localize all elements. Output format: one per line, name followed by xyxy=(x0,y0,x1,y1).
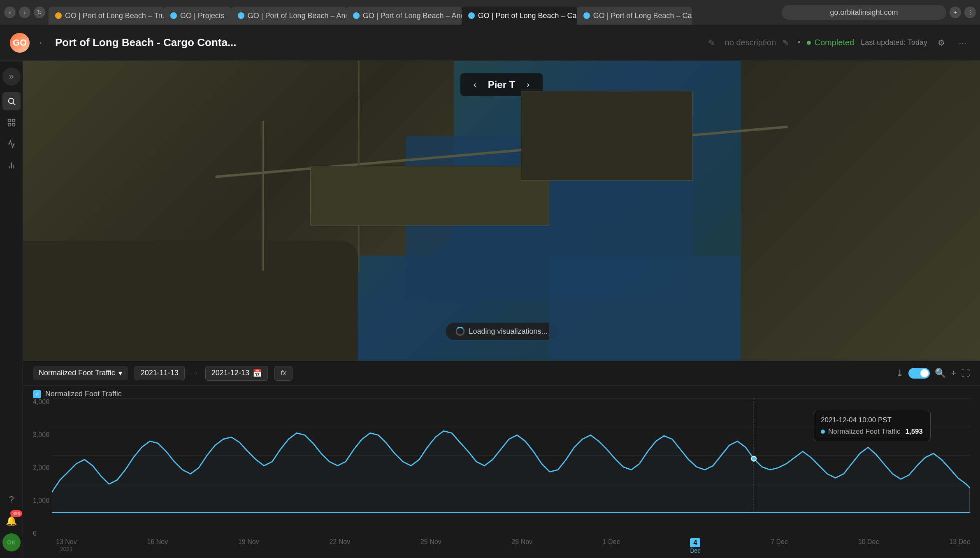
sidebar-item-layers[interactable] xyxy=(2,114,21,132)
download-icon[interactable]: ⤓ xyxy=(896,368,903,379)
date-separator: → xyxy=(191,369,199,377)
notification-wrap: 🔔 396 xyxy=(2,512,21,530)
loading-overlay: Loading visualizations... xyxy=(446,323,557,340)
map-panel-container: ‹ Pier T › Legend* ⚙ − 1 xyxy=(23,61,980,558)
add-chart-icon[interactable]: + xyxy=(951,368,956,379)
pier-next-button[interactable]: › xyxy=(523,78,533,91)
chart-area: 4,000 3,000 2,000 1,000 0 xyxy=(23,398,980,558)
sidebar-bottom: ? 🔔 396 OK xyxy=(2,491,21,551)
x-label-10: 13 Dec xyxy=(949,538,970,554)
new-tab-button[interactable]: + xyxy=(950,7,961,18)
settings-icon[interactable]: ⚙ xyxy=(934,35,949,50)
date-from-input[interactable]: 2021-11-13 xyxy=(135,366,185,380)
chart-toolbar: Normalized Foot Traffic ▾ 2021-11-13 → 2… xyxy=(23,361,980,386)
sidebar-help-button[interactable]: ? xyxy=(2,491,21,509)
sidebar-ok-button[interactable]: OK xyxy=(2,533,21,551)
app-logo[interactable]: GO xyxy=(10,33,30,53)
series-checkbox[interactable]: ✓ xyxy=(33,390,41,398)
chart-y-axis: 4,000 3,000 2,000 1,000 0 xyxy=(33,398,49,537)
page-title: Port of Long Beach - Cargo Conta... xyxy=(55,36,701,49)
pier-prev-button[interactable]: ‹ xyxy=(470,78,480,91)
chart-legend-row: ✓ Normalized Foot Traffic xyxy=(23,386,980,398)
calendar-icon: 📅 xyxy=(253,369,262,378)
browser-tab-1[interactable]: GO | Projects xyxy=(164,7,231,25)
sidebar-expand-button[interactable]: » xyxy=(2,67,21,86)
menu-button[interactable]: ⋮ xyxy=(964,7,976,18)
topbar-right: Last updated: Today ⚙ ⋯ xyxy=(861,35,970,50)
topbar: GO ← Port of Long Beach - Cargo Conta...… xyxy=(0,25,980,61)
description-edit-icon[interactable]: ✎ xyxy=(783,38,790,48)
x-label-9: 10 Dec xyxy=(858,538,879,554)
metric-selector[interactable]: Normalized Foot Traffic ▾ xyxy=(33,366,128,380)
browser-extra-controls[interactable]: + ⋮ xyxy=(950,7,976,18)
series-label: Normalized Foot Traffic xyxy=(45,390,122,398)
sidebar-item-search[interactable] xyxy=(2,92,21,110)
more-options-icon[interactable]: ⋯ xyxy=(955,35,970,50)
x-label-3: 22 Nov xyxy=(329,538,350,554)
map-area[interactable]: ‹ Pier T › Legend* ⚙ − 1 xyxy=(23,61,980,360)
sidebar: » ? 🔔 396 OK xyxy=(0,61,23,558)
chart-x-axis: 13 Nov 2021 16 Nov 19 Nov 22 Nov xyxy=(56,538,970,554)
pier-title: Pier T xyxy=(488,79,516,91)
browser-nav-controls[interactable]: ‹ › ↻ xyxy=(4,7,45,18)
svg-rect-5 xyxy=(12,123,14,126)
last-updated-label: Last updated: Today xyxy=(861,38,927,47)
metric-selector-chevron: ▾ xyxy=(118,369,122,378)
notification-badge: 396 xyxy=(10,510,22,517)
x-label-1: 16 Nov xyxy=(147,538,168,554)
nav-back-button[interactable]: ‹ xyxy=(4,7,16,18)
nav-forward-button[interactable]: › xyxy=(19,7,30,18)
zoom-in-chart-icon[interactable]: 🔍 xyxy=(935,368,946,379)
map-background xyxy=(23,61,980,360)
x-label-8: 7 Dec xyxy=(771,538,788,554)
status-badge: Completed xyxy=(807,38,854,47)
chart-panel: Normalized Foot Traffic ▾ 2021-11-13 → 2… xyxy=(23,360,980,558)
sidebar-item-analytics[interactable] xyxy=(2,135,21,153)
svg-rect-2 xyxy=(8,119,10,122)
browser-tab-2[interactable]: GO | Port of Long Beach – Anchorage Foot… xyxy=(231,7,346,25)
x-label-0: 13 Nov 2021 xyxy=(56,538,77,554)
x-label-6: 1 Dec xyxy=(603,538,620,554)
expand-chart-icon[interactable]: ⛶ xyxy=(961,368,970,379)
loading-spinner xyxy=(455,327,464,336)
svg-point-16 xyxy=(751,456,756,461)
app-container: GO ← Port of Long Beach - Cargo Conta...… xyxy=(0,25,980,558)
title-edit-icon[interactable]: ✎ xyxy=(708,38,715,48)
browser-tab-3[interactable]: GO | Port of Long Beach – Anchorage CV xyxy=(346,7,462,25)
chart-toolbar-right: ⤓ 🔍 + ⛶ xyxy=(896,368,970,379)
nav-reload-button[interactable]: ↻ xyxy=(34,7,45,18)
sidebar-item-charts[interactable] xyxy=(2,156,21,174)
browser-tab-5[interactable]: GO | Port of Long Beach – Cargo Containe… xyxy=(577,7,692,25)
x-label-7: 4 Dec xyxy=(690,538,700,554)
svg-point-0 xyxy=(8,98,14,104)
browser-tab-0[interactable]: GO | Port of Long Beach – Truck Check In… xyxy=(49,7,164,25)
x-label-4: 25 Nov xyxy=(420,538,441,554)
description-field: no description xyxy=(725,38,776,47)
chart-toggle[interactable] xyxy=(908,368,930,379)
date-to-input[interactable]: 2021-12-13 📅 xyxy=(205,366,268,381)
browser-tab-4[interactable]: GO | Port of Long Beach – Cargo Containe… xyxy=(462,7,577,25)
formula-button[interactable]: fx xyxy=(274,366,293,381)
x-label-2: 19 Nov xyxy=(238,538,259,554)
svg-line-1 xyxy=(13,103,15,105)
svg-rect-3 xyxy=(12,119,14,122)
back-button[interactable]: ← xyxy=(36,36,49,50)
x-label-5: 28 Nov xyxy=(511,538,532,554)
browser-tabs: GO | Port of Long Beach – Truck Check In… xyxy=(49,0,778,25)
svg-rect-4 xyxy=(8,123,10,126)
address-bar[interactable]: go.orbitalinsight.com xyxy=(782,5,946,20)
chart-svg xyxy=(52,398,970,513)
browser-chrome: ‹ › ↻ GO | Port of Long Beach – Truck Ch… xyxy=(0,0,980,25)
main-content: » ? 🔔 396 OK xyxy=(0,61,980,558)
status-dot xyxy=(807,41,811,45)
loading-text: Loading visualizations... xyxy=(469,327,547,336)
